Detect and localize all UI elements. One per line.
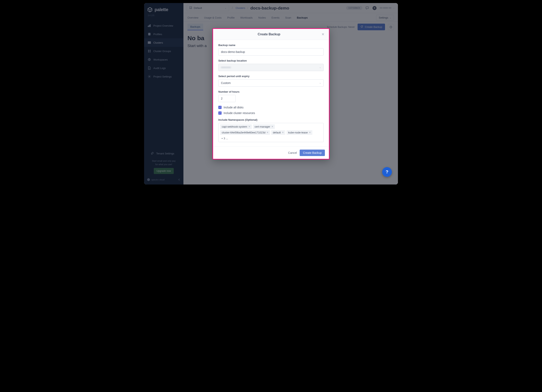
remove-tag-icon[interactable]: ✕ — [309, 131, 311, 134]
namespaces-input[interactable]: capi-webhook-system✕ cert-manager✕ clust… — [218, 123, 324, 142]
chevron-down-icon: ⌄ — [319, 82, 321, 84]
expiry-select[interactable]: Custom ⌄ — [218, 79, 324, 87]
namespaces-label: Include Namespaces (Optional) — [218, 118, 324, 121]
hours-label: Number of hours — [218, 90, 324, 93]
namespace-tag: default✕ — [271, 130, 285, 135]
include-resources-label: Include cluster resources — [224, 111, 255, 115]
backup-location-select[interactable]: •••••••••• ⌄ — [218, 64, 324, 71]
cancel-button[interactable]: Cancel — [288, 151, 297, 154]
backup-name-label: Backup name — [218, 44, 324, 47]
include-disks-label: Include all disks — [224, 106, 244, 109]
submit-create-backup-button[interactable]: Create Backup — [300, 150, 325, 156]
backup-name-input[interactable] — [218, 48, 324, 55]
remove-tag-icon[interactable]: ✕ — [248, 125, 250, 128]
remove-tag-icon[interactable]: ✕ — [282, 131, 284, 134]
namespace-tag: cert-manager✕ — [253, 124, 275, 129]
help-button[interactable]: ? — [382, 167, 392, 177]
chevron-down-icon: ⌄ — [319, 66, 321, 69]
backup-location-label: Select backup location — [218, 59, 324, 62]
expiry-label: Select period until expiry — [218, 75, 324, 78]
namespace-tag: cluster-64e59ba3e449e60ee171023d✕ — [220, 130, 270, 135]
modal-close-button[interactable]: ✕ — [321, 32, 325, 37]
create-backup-modal: Create Backup ✕ Backup name Select backu… — [212, 28, 330, 159]
include-disks-checkbox[interactable]: ✓ — [218, 106, 222, 109]
remove-tag-icon[interactable]: ✕ — [271, 125, 273, 128]
remove-tag-icon[interactable]: ✕ — [266, 131, 268, 134]
include-resources-checkbox[interactable]: ✓ — [218, 111, 222, 115]
namespace-tag: kube-node-lease✕ — [287, 130, 312, 135]
modal-title: Create Backup — [217, 33, 321, 36]
namespace-tag: capi-webhook-system✕ — [220, 124, 252, 129]
hours-input[interactable] — [218, 95, 236, 102]
namespace-more[interactable]: + 3 ... — [220, 136, 229, 141]
